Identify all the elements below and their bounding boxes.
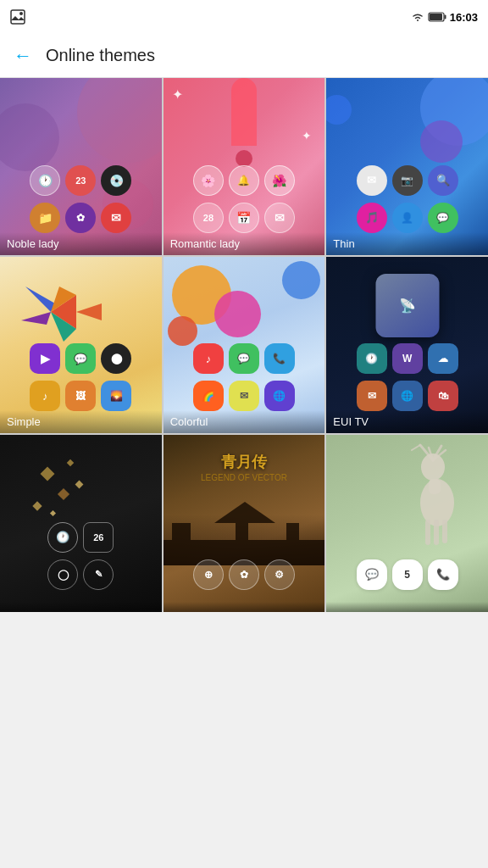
theme-label-thin: Thin: [326, 232, 488, 255]
theme-card-ancient[interactable]: 青月传 LEGEND OF VECTOR ⊕ ✿ ⚙: [164, 435, 325, 612]
theme-card-dark1[interactable]: 🕐 26 ◯ ✎: [0, 435, 162, 612]
theme-label-noble-lady: Noble lady: [0, 232, 162, 255]
svg-marker-1: [11, 16, 25, 20]
status-bar-left: [10, 9, 25, 25]
theme-label-ancient: [164, 602, 325, 612]
time-display: 16:03: [450, 11, 478, 24]
svg-rect-5: [430, 14, 442, 20]
wifi-icon: [411, 11, 424, 23]
status-bar-right: 16:03: [411, 11, 478, 24]
svg-rect-4: [444, 15, 446, 19]
theme-card-simple[interactable]: ▶ 💬 ⬤ ♪ 🖼 🌄 Simple: [0, 257, 162, 434]
theme-grid: 🕐 23 💿 📁 ✿ ✉ Noble: [0, 78, 488, 612]
theme-label-romantic-lady: Romantic lady: [164, 232, 325, 255]
battery-icon: [428, 11, 446, 23]
theme-label-eui-tv: EUI TV: [326, 410, 488, 433]
back-button[interactable]: ←: [14, 45, 32, 67]
theme-card-deer[interactable]: 💬 5 📞: [326, 435, 488, 612]
svg-rect-0: [11, 10, 25, 24]
theme-card-noble-lady[interactable]: 🕐 23 💿 📁 ✿ ✉ Noble: [0, 78, 162, 255]
theme-label-deer: [326, 602, 488, 612]
page-header: ← Online themes: [0, 34, 488, 78]
theme-label-dark1: [0, 602, 162, 612]
theme-card-colorful[interactable]: ♪ 💬 📞 🌈 ✉ 🌐 Color: [164, 257, 325, 434]
theme-card-romantic-lady[interactable]: ✦ ✦ 🌸 🔔 🌺 28 📅: [164, 78, 325, 255]
page-title: Online themes: [46, 46, 155, 65]
image-icon: [10, 9, 25, 25]
theme-label-simple: Simple: [0, 410, 162, 433]
theme-card-thin[interactable]: ✉ 📷 🔍 🎵 👤 💬 Thin: [326, 78, 488, 255]
svg-point-2: [19, 12, 23, 15]
theme-label-colorful: Colorful: [164, 410, 325, 433]
status-bar: 16:03: [0, 0, 488, 34]
theme-card-eui-tv[interactable]: 📡 🕐 W ☁ ✉ 🌐: [326, 257, 488, 434]
